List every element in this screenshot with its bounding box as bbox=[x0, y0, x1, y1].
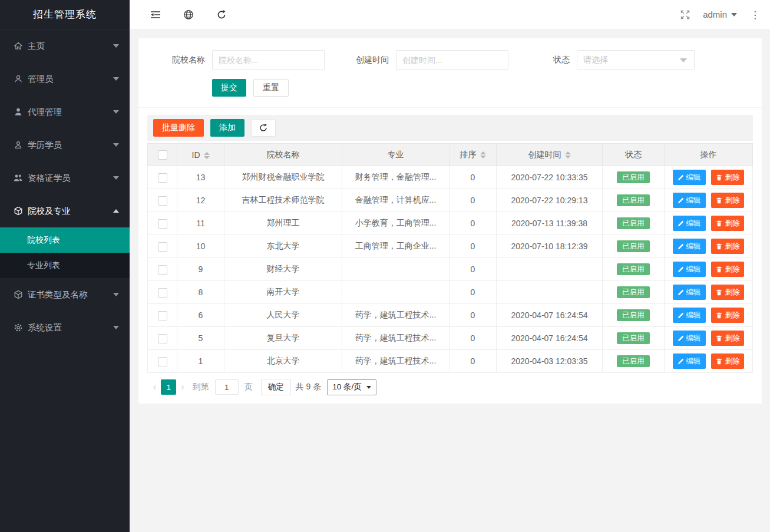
cell-created bbox=[497, 281, 603, 304]
cell-school: 复旦大学 bbox=[224, 327, 342, 350]
sidebar-item-certificate-students[interactable]: 资格证学员 bbox=[0, 161, 130, 194]
cell-major: 金融管理，计算机应... bbox=[342, 189, 450, 212]
row-checkbox[interactable] bbox=[158, 265, 167, 275]
cell-id: 11 bbox=[177, 212, 224, 235]
refresh-icon[interactable] bbox=[210, 3, 233, 27]
user-menu[interactable]: admin bbox=[703, 9, 737, 19]
delete-button[interactable]: 删除 bbox=[711, 193, 744, 208]
delete-button[interactable]: 删除 bbox=[711, 239, 744, 254]
trash-icon bbox=[716, 266, 722, 273]
more-options-icon[interactable]: ⋮ bbox=[750, 9, 760, 21]
collapse-sidebar-icon[interactable] bbox=[144, 3, 167, 27]
edit-button[interactable]: 编辑 bbox=[673, 308, 706, 323]
row-checkbox[interactable] bbox=[158, 173, 167, 183]
edit-button[interactable]: 编辑 bbox=[673, 285, 706, 300]
sidebar-item-agents[interactable]: 代理管理 bbox=[0, 95, 130, 128]
created-time-input[interactable] bbox=[396, 50, 508, 70]
status-badge: 已启用 bbox=[617, 355, 650, 368]
sidebar-item-major-list[interactable]: 专业列表 bbox=[0, 253, 130, 278]
batch-delete-button[interactable]: 批量删除 bbox=[153, 119, 204, 137]
sort-icon[interactable] bbox=[480, 151, 486, 158]
pencil-icon bbox=[678, 312, 684, 319]
table-row: 8 南开大学 0 已启用 编辑 bbox=[148, 281, 753, 304]
table-row: 1 北京大学 药学，建筑工程技术... 0 2020-04-03 12:03:3… bbox=[148, 350, 753, 373]
table-refresh-button[interactable] bbox=[251, 119, 276, 137]
fullscreen-icon[interactable] bbox=[673, 3, 697, 27]
reset-button[interactable]: 重置 bbox=[253, 79, 289, 97]
page-size-select[interactable]: 10 条/页 bbox=[327, 379, 376, 395]
cell-sort: 0 bbox=[450, 235, 497, 258]
cell-created bbox=[497, 258, 603, 281]
prev-page-icon[interactable]: ‹ bbox=[148, 382, 161, 392]
sidebar-item-system-settings[interactable]: 系统设置 bbox=[0, 311, 130, 344]
table-body: 13 郑州财税金融职业学院 财务管理，金融管理... 0 2020-07-22 … bbox=[148, 166, 753, 373]
cell-major bbox=[342, 258, 450, 281]
edit-button[interactable]: 编辑 bbox=[673, 262, 706, 277]
cell-sort: 0 bbox=[450, 166, 497, 189]
edit-button[interactable]: 编辑 bbox=[673, 239, 706, 254]
row-checkbox[interactable] bbox=[158, 196, 167, 206]
cell-school: 郑州财税金融职业学院 bbox=[224, 166, 342, 189]
col-header-major: 专业 bbox=[342, 144, 450, 166]
row-checkbox[interactable] bbox=[158, 334, 167, 343]
sidebar-item-label: 证书类型及名称 bbox=[28, 289, 113, 300]
row-checkbox[interactable] bbox=[158, 219, 167, 229]
sidebar-subitem-label: 院校列表 bbox=[27, 235, 60, 246]
cell-created: 2020-04-07 16:24:54 bbox=[497, 327, 603, 350]
sidebar-item-schools-majors[interactable]: 院校及专业 bbox=[0, 194, 130, 227]
delete-button[interactable]: 删除 bbox=[711, 331, 744, 346]
row-checkbox[interactable] bbox=[158, 242, 167, 252]
edit-button[interactable]: 编辑 bbox=[673, 193, 706, 208]
sidebar-item-label: 管理员 bbox=[28, 74, 113, 85]
school-name-input[interactable] bbox=[212, 50, 325, 70]
edit-button[interactable]: 编辑 bbox=[673, 170, 706, 185]
globe-icon[interactable] bbox=[177, 3, 200, 27]
sidebar-item-degree-students[interactable]: 学历学员 bbox=[0, 128, 130, 161]
cell-major: 药学，建筑工程技术... bbox=[342, 327, 450, 350]
cell-created: 2020-07-13 11:39:38 bbox=[497, 212, 603, 235]
cell-created: 2020-04-07 16:24:54 bbox=[497, 304, 603, 327]
delete-button[interactable]: 删除 bbox=[711, 262, 744, 277]
pencil-icon bbox=[678, 197, 684, 204]
sidebar-item-school-list[interactable]: 院校列表 bbox=[0, 227, 130, 253]
goto-page-input[interactable] bbox=[215, 379, 239, 395]
submit-button[interactable]: 提交 bbox=[212, 79, 246, 97]
cube-icon bbox=[13, 290, 23, 300]
row-checkbox[interactable] bbox=[158, 311, 167, 320]
delete-button[interactable]: 删除 bbox=[711, 308, 744, 323]
row-checkbox[interactable] bbox=[158, 357, 167, 366]
select-all-checkbox[interactable] bbox=[158, 150, 167, 160]
delete-button[interactable]: 删除 bbox=[711, 170, 744, 185]
trash-icon bbox=[716, 312, 722, 319]
next-page-icon[interactable]: › bbox=[176, 382, 189, 392]
edit-button[interactable]: 编辑 bbox=[673, 216, 706, 231]
sidebar-item-certificate-types[interactable]: 证书类型及名称 bbox=[0, 278, 130, 311]
cell-created: 2020-04-03 12:03:35 bbox=[497, 350, 603, 373]
row-checkbox[interactable] bbox=[158, 288, 167, 298]
sidebar-item-admins[interactable]: 管理员 bbox=[0, 62, 130, 95]
delete-button[interactable]: 删除 bbox=[711, 285, 744, 300]
delete-button[interactable]: 删除 bbox=[711, 353, 744, 369]
content: 院校名称 创建时间 状态 请选择 bbox=[130, 29, 770, 532]
cell-created: 2020-07-22 10:29:13 bbox=[497, 189, 603, 212]
chevron-down-icon bbox=[113, 293, 119, 296]
table-row: 9 财经大学 0 已启用 编辑 bbox=[148, 258, 753, 281]
cell-sort: 0 bbox=[450, 212, 497, 235]
delete-button[interactable]: 删除 bbox=[711, 216, 744, 231]
status-select[interactable]: 请选择 bbox=[577, 50, 695, 70]
main-area: admin ⋮ 院校名称 创建时间 状态 bbox=[130, 0, 770, 532]
sort-icon[interactable] bbox=[565, 151, 571, 158]
edit-button[interactable]: 编辑 bbox=[673, 331, 706, 346]
page-number-active[interactable]: 1 bbox=[161, 379, 176, 395]
col-header-actions: 操作 bbox=[665, 144, 753, 166]
sort-icon[interactable] bbox=[204, 152, 210, 159]
col-header-id[interactable]: ID bbox=[177, 144, 224, 166]
edit-button[interactable]: 编辑 bbox=[673, 353, 706, 369]
col-header-created[interactable]: 创建时间 bbox=[497, 144, 603, 166]
goto-label: 到第 bbox=[193, 382, 209, 392]
sidebar-item-home[interactable]: 主页 bbox=[0, 29, 130, 62]
col-header-sort[interactable]: 排序 bbox=[450, 144, 497, 166]
chevron-down-icon bbox=[113, 110, 119, 114]
add-button[interactable]: 添加 bbox=[210, 119, 244, 137]
confirm-page-button[interactable]: 确定 bbox=[261, 379, 291, 395]
